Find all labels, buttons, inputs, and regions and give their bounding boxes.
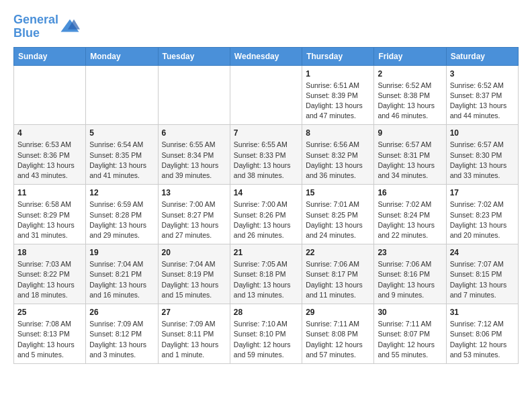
day-info: Sunrise: 6:53 AMSunset: 8:36 PMDaylight:… xyxy=(17,140,82,181)
calendar-cell: 3Sunrise: 6:52 AMSunset: 8:37 PMDaylight… xyxy=(446,65,518,125)
day-info: Sunrise: 7:03 AMSunset: 8:22 PMDaylight:… xyxy=(17,259,82,300)
day-info: Sunrise: 7:00 AMSunset: 8:27 PMDaylight:… xyxy=(162,199,226,240)
calendar-cell: 29Sunrise: 7:11 AMSunset: 8:08 PMDayligh… xyxy=(302,304,374,364)
day-number: 3 xyxy=(450,69,515,79)
day-info: Sunrise: 7:01 AMSunset: 8:25 PMDaylight:… xyxy=(306,199,370,240)
calendar-cell: 11Sunrise: 6:58 AMSunset: 8:29 PMDayligh… xyxy=(14,185,86,244)
calendar-cell: 9Sunrise: 6:57 AMSunset: 8:31 PMDaylight… xyxy=(374,125,446,185)
day-number: 6 xyxy=(162,128,226,138)
day-info: Sunrise: 7:06 AMSunset: 8:17 PMDaylight:… xyxy=(306,259,370,300)
calendar-cell xyxy=(14,65,86,125)
day-number: 30 xyxy=(378,308,442,317)
calendar-cell: 22Sunrise: 7:06 AMSunset: 8:17 PMDayligh… xyxy=(302,244,374,304)
day-info: Sunrise: 7:08 AMSunset: 8:13 PMDaylight:… xyxy=(17,319,82,360)
day-info: Sunrise: 7:12 AMSunset: 8:06 PMDaylight:… xyxy=(450,319,515,360)
day-number: 4 xyxy=(17,128,82,138)
calendar-cell: 19Sunrise: 7:04 AMSunset: 8:21 PMDayligh… xyxy=(86,244,158,304)
calendar-cell: 4Sunrise: 6:53 AMSunset: 8:36 PMDaylight… xyxy=(14,125,86,185)
calendar-cell: 6Sunrise: 6:55 AMSunset: 8:34 PMDaylight… xyxy=(158,125,230,185)
day-number: 13 xyxy=(162,188,226,197)
day-number: 11 xyxy=(17,188,82,197)
calendar-cell: 18Sunrise: 7:03 AMSunset: 8:22 PMDayligh… xyxy=(14,244,86,304)
calendar-week-row: 1Sunrise: 6:51 AMSunset: 8:39 PMDaylight… xyxy=(14,65,519,125)
day-info: Sunrise: 6:55 AMSunset: 8:33 PMDaylight:… xyxy=(234,140,298,181)
day-info: Sunrise: 6:51 AMSunset: 8:39 PMDaylight:… xyxy=(306,81,370,122)
logo-icon xyxy=(60,17,80,37)
calendar-week-row: 18Sunrise: 7:03 AMSunset: 8:22 PMDayligh… xyxy=(14,244,519,304)
day-number: 2 xyxy=(378,69,442,79)
calendar-week-row: 11Sunrise: 6:58 AMSunset: 8:29 PMDayligh… xyxy=(14,185,519,244)
calendar-cell: 27Sunrise: 7:09 AMSunset: 8:11 PMDayligh… xyxy=(158,304,230,364)
calendar-cell: 14Sunrise: 7:00 AMSunset: 8:26 PMDayligh… xyxy=(230,185,302,244)
logo: GeneralBlue xyxy=(13,13,80,40)
calendar-cell: 25Sunrise: 7:08 AMSunset: 8:13 PMDayligh… xyxy=(14,304,86,364)
calendar-cell: 2Sunrise: 6:52 AMSunset: 8:38 PMDaylight… xyxy=(374,65,446,125)
calendar-table: SundayMondayTuesdayWednesdayThursdayFrid… xyxy=(13,47,519,364)
weekday-header-tuesday: Tuesday xyxy=(158,47,230,65)
calendar-cell: 5Sunrise: 6:54 AMSunset: 8:35 PMDaylight… xyxy=(86,125,158,185)
day-info: Sunrise: 7:09 AMSunset: 8:11 PMDaylight:… xyxy=(162,319,226,360)
weekday-header-sunday: Sunday xyxy=(14,47,86,65)
calendar-week-row: 4Sunrise: 6:53 AMSunset: 8:36 PMDaylight… xyxy=(14,125,519,185)
day-number: 24 xyxy=(450,248,515,257)
day-number: 12 xyxy=(89,188,154,197)
day-number: 15 xyxy=(306,188,370,197)
day-info: Sunrise: 6:57 AMSunset: 8:30 PMDaylight:… xyxy=(450,140,515,181)
weekday-header-thursday: Thursday xyxy=(302,47,374,65)
day-number: 25 xyxy=(17,308,82,317)
day-info: Sunrise: 6:52 AMSunset: 8:38 PMDaylight:… xyxy=(378,81,442,122)
calendar-cell: 12Sunrise: 6:59 AMSunset: 8:28 PMDayligh… xyxy=(86,185,158,244)
day-number: 8 xyxy=(306,128,370,138)
day-info: Sunrise: 7:10 AMSunset: 8:10 PMDaylight:… xyxy=(234,319,298,360)
calendar-header-row: SundayMondayTuesdayWednesdayThursdayFrid… xyxy=(14,47,519,65)
day-number: 20 xyxy=(162,248,226,257)
day-info: Sunrise: 7:04 AMSunset: 8:19 PMDaylight:… xyxy=(162,259,226,300)
day-number: 1 xyxy=(306,69,370,79)
day-number: 31 xyxy=(450,308,515,317)
day-info: Sunrise: 6:59 AMSunset: 8:28 PMDaylight:… xyxy=(89,199,154,240)
day-info: Sunrise: 7:02 AMSunset: 8:24 PMDaylight:… xyxy=(378,199,442,240)
day-number: 17 xyxy=(450,188,515,197)
calendar-cell: 31Sunrise: 7:12 AMSunset: 8:06 PMDayligh… xyxy=(446,304,518,364)
day-info: Sunrise: 7:09 AMSunset: 8:12 PMDaylight:… xyxy=(89,319,154,360)
day-info: Sunrise: 6:56 AMSunset: 8:32 PMDaylight:… xyxy=(306,140,370,181)
weekday-header-monday: Monday xyxy=(86,47,158,65)
day-info: Sunrise: 7:00 AMSunset: 8:26 PMDaylight:… xyxy=(234,199,298,240)
calendar-cell: 23Sunrise: 7:06 AMSunset: 8:16 PMDayligh… xyxy=(374,244,446,304)
day-info: Sunrise: 7:02 AMSunset: 8:23 PMDaylight:… xyxy=(450,199,515,240)
day-number: 18 xyxy=(17,248,82,257)
day-info: Sunrise: 6:57 AMSunset: 8:31 PMDaylight:… xyxy=(378,140,442,181)
day-number: 29 xyxy=(306,308,370,317)
day-number: 5 xyxy=(89,128,154,138)
calendar-cell: 30Sunrise: 7:11 AMSunset: 8:07 PMDayligh… xyxy=(374,304,446,364)
day-info: Sunrise: 7:04 AMSunset: 8:21 PMDaylight:… xyxy=(89,259,154,300)
day-info: Sunrise: 7:06 AMSunset: 8:16 PMDaylight:… xyxy=(378,259,442,300)
day-number: 21 xyxy=(234,248,298,257)
day-number: 28 xyxy=(234,308,298,317)
calendar-cell: 20Sunrise: 7:04 AMSunset: 8:19 PMDayligh… xyxy=(158,244,230,304)
day-number: 16 xyxy=(378,188,442,197)
day-number: 7 xyxy=(234,128,298,138)
calendar-cell: 13Sunrise: 7:00 AMSunset: 8:27 PMDayligh… xyxy=(158,185,230,244)
day-number: 19 xyxy=(89,248,154,257)
calendar-cell: 17Sunrise: 7:02 AMSunset: 8:23 PMDayligh… xyxy=(446,185,518,244)
day-number: 9 xyxy=(378,128,442,138)
calendar-cell: 10Sunrise: 6:57 AMSunset: 8:30 PMDayligh… xyxy=(446,125,518,185)
calendar-cell xyxy=(230,65,302,125)
calendar-cell: 26Sunrise: 7:09 AMSunset: 8:12 PMDayligh… xyxy=(86,304,158,364)
calendar-cell: 8Sunrise: 6:56 AMSunset: 8:32 PMDaylight… xyxy=(302,125,374,185)
day-info: Sunrise: 7:11 AMSunset: 8:08 PMDaylight:… xyxy=(306,319,370,360)
calendar-cell: 7Sunrise: 6:55 AMSunset: 8:33 PMDaylight… xyxy=(230,125,302,185)
day-info: Sunrise: 7:11 AMSunset: 8:07 PMDaylight:… xyxy=(378,319,442,360)
day-info: Sunrise: 7:07 AMSunset: 8:15 PMDaylight:… xyxy=(450,259,515,300)
calendar-cell xyxy=(158,65,230,125)
calendar-cell xyxy=(86,65,158,125)
calendar-week-row: 25Sunrise: 7:08 AMSunset: 8:13 PMDayligh… xyxy=(14,304,519,364)
calendar-cell: 16Sunrise: 7:02 AMSunset: 8:24 PMDayligh… xyxy=(374,185,446,244)
logo-text: GeneralBlue xyxy=(13,13,58,40)
day-info: Sunrise: 6:55 AMSunset: 8:34 PMDaylight:… xyxy=(162,140,226,181)
day-number: 10 xyxy=(450,128,515,138)
day-info: Sunrise: 6:58 AMSunset: 8:29 PMDaylight:… xyxy=(17,199,82,240)
day-info: Sunrise: 7:05 AMSunset: 8:18 PMDaylight:… xyxy=(234,259,298,300)
weekday-header-friday: Friday xyxy=(374,47,446,65)
